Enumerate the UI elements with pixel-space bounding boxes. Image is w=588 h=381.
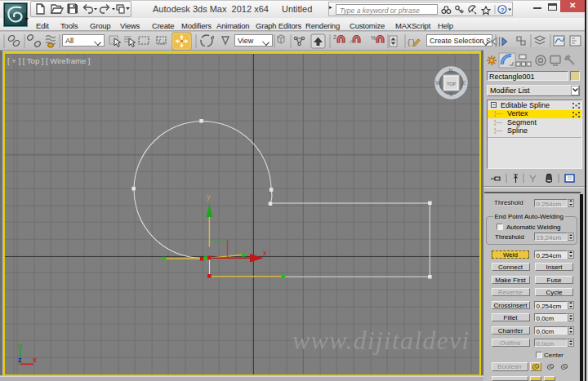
svg-text:2: 2 <box>333 34 336 40</box>
svg-text:z: z <box>18 356 22 364</box>
svg-text:TOP: TOP <box>447 82 457 86</box>
svg-text:y: y <box>18 342 22 350</box>
svg-text:N: N <box>449 68 453 73</box>
svg-text:y: y <box>207 193 211 201</box>
svg-text:x: x <box>33 356 37 364</box>
svg-text:?: ? <box>501 7 505 14</box>
svg-text:E: E <box>463 80 467 86</box>
svg-text:W: W <box>436 80 442 86</box>
svg-text:x: x <box>263 249 267 257</box>
svg-text:www.dijitaldevi: www.dijitaldevi <box>292 326 470 355</box>
svg-text:S: S <box>449 91 453 97</box>
svg-text:%: % <box>371 35 376 41</box>
